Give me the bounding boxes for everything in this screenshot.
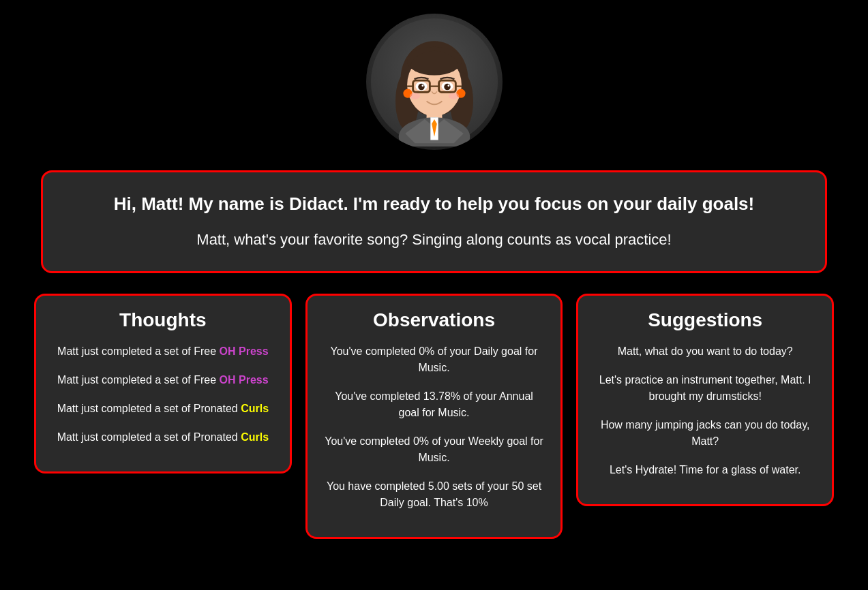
thought-4-prefix: Matt just completed a set of Pronated <box>57 431 241 443</box>
thought-4-highlight: Curls <box>241 431 269 443</box>
thought-entry-1: Matt just completed a set of Free OH Pre… <box>53 343 273 360</box>
svg-point-23 <box>421 84 423 87</box>
avatar-image <box>370 17 499 146</box>
thought-1-prefix: Matt just completed a set of Free <box>57 345 219 357</box>
thought-entry-3: Matt just completed a set of Pronated Cu… <box>53 401 273 417</box>
thoughts-title: Thoughts <box>53 309 273 331</box>
suggestion-entry-4: Let's Hydrate! Time for a glass of water… <box>595 462 815 478</box>
greeting-box: Hi, Matt! My name is Didact. I'm ready t… <box>41 170 827 273</box>
observations-title: Observations <box>324 309 545 331</box>
suggestion-entry-1: Matt, what do you want to do today? <box>595 343 815 360</box>
cards-row: Thoughts Matt just completed a set of Fr… <box>27 294 841 539</box>
svg-point-21 <box>418 84 425 91</box>
suggestions-title: Suggestions <box>595 309 815 331</box>
suggestion-entry-3: How many jumping jacks can you do today,… <box>595 417 815 450</box>
thought-entry-2: Matt just completed a set of Free OH Pre… <box>53 372 273 388</box>
svg-point-26 <box>448 93 458 99</box>
avatar-container <box>0 0 868 157</box>
greeting-line2: Matt, what's your favorite song? Singing… <box>70 230 798 251</box>
thought-2-prefix: Matt just completed a set of Free <box>57 374 219 386</box>
suggestions-card: Suggestions Matt, what do you want to do… <box>576 294 834 506</box>
svg-point-25 <box>409 93 419 99</box>
thought-1-highlight: OH Press <box>220 345 269 357</box>
avatar <box>366 14 503 150</box>
observation-entry-4: You have completed 5.00 sets of your 50 … <box>324 478 545 511</box>
svg-point-24 <box>447 84 449 87</box>
thought-entry-4: Matt just completed a set of Pronated Cu… <box>53 429 273 446</box>
thought-2-highlight: OH Press <box>220 374 269 386</box>
observation-entry-1: You've completed 0% of your Daily goal f… <box>324 343 545 376</box>
svg-point-22 <box>444 84 451 91</box>
observation-entry-3: You've completed 0% of your Weekly goal … <box>324 433 545 466</box>
thoughts-card: Thoughts Matt just completed a set of Fr… <box>34 294 292 473</box>
observations-card: Observations You've completed 0% of your… <box>305 294 563 539</box>
thought-3-highlight: Curls <box>241 403 269 414</box>
greeting-line1: Hi, Matt! My name is Didact. I'm ready t… <box>70 193 798 216</box>
observation-entry-2: You've completed 13.78% of your Annual g… <box>324 388 545 421</box>
suggestion-entry-2: Let's practice an instrument together, M… <box>595 372 815 405</box>
thought-3-prefix: Matt just completed a set of Pronated <box>57 403 241 414</box>
